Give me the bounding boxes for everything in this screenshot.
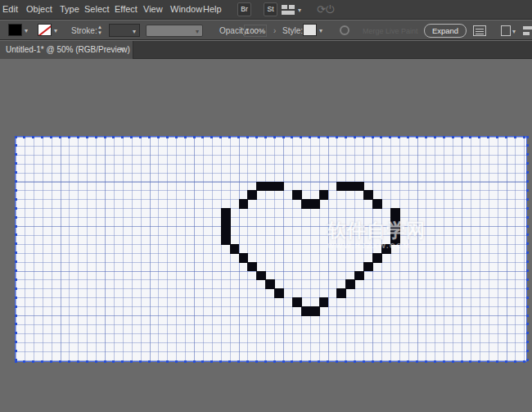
anchor-point[interactable]	[148, 360, 151, 363]
anchor-point[interactable]	[434, 360, 436, 363]
anchor-point[interactable]	[300, 136, 302, 138]
menu-item-select[interactable]: Select	[84, 4, 110, 14]
anchor-point[interactable]	[201, 136, 204, 138]
anchor-point[interactable]	[175, 360, 178, 363]
anchor-point[interactable]	[469, 136, 471, 138]
anchor-point[interactable]	[77, 360, 79, 363]
anchor-point[interactable]	[246, 360, 249, 363]
anchor-point[interactable]	[104, 136, 106, 138]
anchor-point[interactable]	[130, 136, 133, 138]
anchor-point[interactable]	[461, 136, 463, 138]
anchor-point[interactable]	[526, 251, 529, 254]
anchor-point[interactable]	[526, 144, 529, 147]
anchor-point[interactable]	[526, 162, 529, 165]
anchor-point[interactable]	[526, 233, 529, 236]
menu-item-type[interactable]: Type	[60, 4, 79, 14]
anchor-point[interactable]	[68, 136, 70, 138]
anchor-point[interactable]	[452, 360, 454, 363]
anchor-point[interactable]	[59, 136, 61, 138]
anchor-point[interactable]	[505, 136, 507, 138]
anchor-point[interactable]	[380, 360, 382, 363]
anchor-point[interactable]	[104, 360, 106, 363]
anchor-point[interactable]	[121, 136, 124, 138]
anchor-point[interactable]	[112, 360, 115, 363]
heart-pixel-cell[interactable]	[372, 199, 382, 209]
heart-pixel-cell[interactable]	[372, 253, 382, 263]
document-setup-icon[interactable]	[473, 25, 486, 36]
anchor-point[interactable]	[68, 360, 70, 363]
anchor-point[interactable]	[95, 360, 97, 363]
anchor-point[interactable]	[526, 359, 529, 361]
anchor-point[interactable]	[478, 360, 480, 363]
anchor-point[interactable]	[15, 287, 17, 290]
style-swatch[interactable]	[303, 24, 317, 36]
anchor-point[interactable]	[15, 278, 17, 281]
anchor-point[interactable]	[363, 136, 365, 138]
anchor-point[interactable]	[336, 136, 338, 138]
heart-pixel-cell[interactable]	[354, 271, 364, 281]
anchor-point[interactable]	[264, 136, 267, 138]
anchor-point[interactable]	[237, 360, 240, 363]
anchor-point[interactable]	[41, 360, 43, 363]
anchor-point[interactable]	[523, 136, 525, 138]
anchor-point[interactable]	[505, 360, 507, 363]
menu-item-help[interactable]: Help	[203, 4, 222, 14]
anchor-point[interactable]	[23, 360, 25, 363]
anchor-point[interactable]	[300, 360, 302, 363]
anchor-point[interactable]	[210, 360, 213, 363]
heart-pixel-cell[interactable]	[319, 190, 329, 200]
anchor-point[interactable]	[282, 136, 285, 138]
anchor-point[interactable]	[86, 136, 88, 138]
anchor-point[interactable]	[443, 136, 445, 138]
anchor-point[interactable]	[77, 136, 79, 138]
anchor-point[interactable]	[407, 360, 409, 363]
anchor-point[interactable]	[15, 198, 17, 201]
anchor-point[interactable]	[469, 360, 471, 363]
anchor-point[interactable]	[425, 136, 427, 138]
heart-pixel-cell[interactable]	[345, 279, 355, 289]
anchor-point[interactable]	[246, 136, 249, 138]
document-tab[interactable]: Untitled-1* @ 50% (RGB/Preview) ×	[0, 41, 133, 59]
anchor-point[interactable]	[15, 297, 17, 299]
more-options-chevron[interactable]: ›	[273, 26, 276, 35]
anchor-point[interactable]	[15, 341, 17, 343]
anchor-point[interactable]	[526, 297, 529, 299]
anchor-point[interactable]	[255, 136, 258, 138]
anchor-point[interactable]	[443, 360, 445, 363]
anchor-point[interactable]	[193, 136, 196, 138]
style-chevron-icon[interactable]: ▾	[319, 27, 322, 34]
anchor-point[interactable]	[15, 269, 17, 272]
anchor-point[interactable]	[526, 350, 529, 352]
anchor-point[interactable]	[345, 136, 347, 138]
anchor-point[interactable]	[166, 360, 169, 363]
anchor-point[interactable]	[121, 360, 124, 363]
anchor-point[interactable]	[228, 360, 231, 363]
anchor-point[interactable]	[318, 360, 320, 363]
anchor-point[interactable]	[487, 360, 489, 363]
anchor-point[interactable]	[309, 136, 311, 138]
artboard-grid[interactable]	[15, 136, 527, 362]
heart-pixel-cell[interactable]	[274, 182, 284, 192]
align-icon[interactable]	[523, 25, 532, 36]
anchor-point[interactable]	[15, 180, 17, 183]
anchor-point[interactable]	[526, 207, 529, 210]
expand-button[interactable]: Expand	[424, 24, 467, 38]
anchor-point[interactable]	[32, 136, 34, 138]
anchor-point[interactable]	[496, 136, 498, 138]
anchor-point[interactable]	[15, 153, 17, 156]
heart-pixel-cell[interactable]	[274, 288, 284, 298]
anchor-point[interactable]	[496, 360, 498, 363]
anchor-point[interactable]	[526, 269, 529, 272]
anchor-point[interactable]	[354, 136, 356, 138]
anchor-point[interactable]	[15, 350, 17, 352]
anchor-point[interactable]	[15, 144, 17, 147]
anchor-point[interactable]	[282, 360, 285, 363]
anchor-point[interactable]	[526, 242, 529, 245]
anchor-point[interactable]	[526, 180, 529, 183]
anchor-point[interactable]	[157, 136, 160, 138]
anchor-point[interactable]	[15, 136, 17, 138]
heart-pixel-cell[interactable]	[319, 297, 329, 307]
opacity-input[interactable]: 100%	[244, 25, 267, 37]
styles-panel-button[interactable]: St	[264, 2, 277, 16]
menu-item-object[interactable]: Object	[26, 4, 52, 14]
